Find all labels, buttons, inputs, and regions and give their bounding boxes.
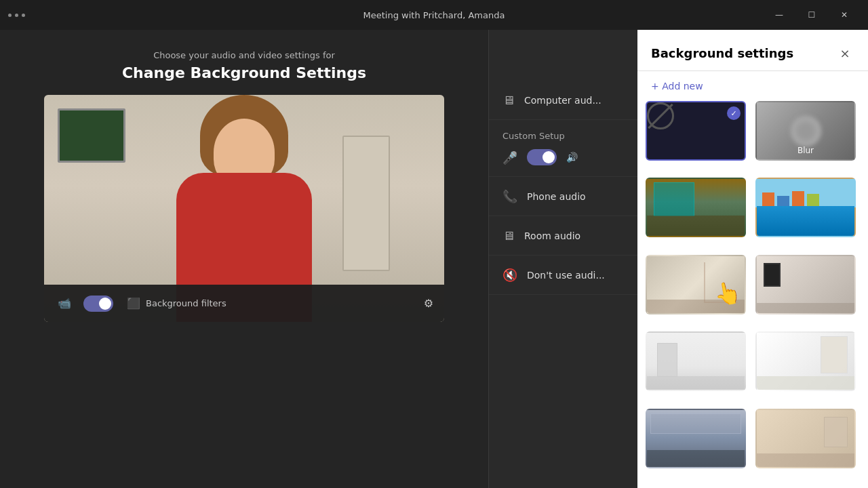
room-audio-option[interactable]: 🖥 Room audio <box>489 216 637 256</box>
blur-circle <box>791 116 821 146</box>
no-audio-icon: 🔇 <box>502 268 517 282</box>
minimize-button[interactable]: — <box>764 5 795 25</box>
white-floor <box>647 376 745 390</box>
beach-hut-4 <box>807 194 819 206</box>
no-audio-option[interactable]: 🔇 Don't use audi... <box>489 256 637 295</box>
audio-panel: 🖥 Computer aud... Custom Setup 🎤 🔊 📞 Pho… <box>488 30 637 488</box>
header-title: Change Background Settings <box>122 64 366 81</box>
speaker-icon: 🔊 <box>566 152 578 163</box>
phone-audio-label: Phone audio <box>527 191 586 202</box>
white1-inner <box>647 333 745 390</box>
custom-setup-section: Custom Setup 🎤 🔊 <box>489 120 637 177</box>
floor-detail <box>647 300 745 313</box>
background-beach-option[interactable] <box>755 178 856 237</box>
stairs-detail <box>704 262 738 303</box>
settings-gear-icon[interactable]: ⚙ <box>424 297 433 310</box>
bg-filters-label: Background filters <box>146 298 226 308</box>
main-area: Choose your audio and video settings for… <box>0 30 868 488</box>
blur-label: Blur <box>797 146 814 155</box>
video-toolbar: 📹 ⬛ Background filters ⚙ <box>44 285 444 322</box>
beige-inner <box>757 410 854 467</box>
header-text: Choose your audio and video settings for… <box>122 50 366 81</box>
office-inner <box>647 179 745 236</box>
white2-object <box>821 336 848 373</box>
beach-water <box>757 206 854 236</box>
beach-hut-3 <box>792 191 804 206</box>
room-audio-icon: 🖥 <box>502 228 515 243</box>
background-filters-button[interactable]: ⬛ Background filters <box>127 297 226 310</box>
video-container: 📹 ⬛ Background filters ⚙ <box>44 95 444 322</box>
phone-audio-option[interactable]: 📞 Phone audio <box>489 177 637 216</box>
background-loft-option[interactable] <box>646 409 746 468</box>
floor-line <box>757 303 854 313</box>
bg-panel-header: Background settings × <box>637 30 868 71</box>
custom-setup-label: Custom Setup <box>502 131 624 141</box>
title-bar-menu-dots[interactable] <box>8 14 25 17</box>
modern1-inner <box>647 256 745 313</box>
background-white1-option[interactable] <box>646 331 746 391</box>
maximize-button[interactable]: ☐ <box>796 5 827 25</box>
background-modern1-option[interactable]: 👆 <box>646 255 746 314</box>
custom-setup-controls: 🎤 🔊 <box>502 149 624 165</box>
header-subtitle: Choose your audio and video settings for <box>122 50 366 60</box>
computer-audio-label: Computer aud... <box>524 95 601 106</box>
room-audio-label: Room audio <box>524 230 580 241</box>
picture-frame <box>764 263 781 287</box>
bg-panel-title: Background settings <box>651 46 793 60</box>
beach-huts <box>757 189 854 206</box>
office-floor <box>647 216 745 236</box>
bg-filters-icon: ⬛ <box>127 297 140 310</box>
loft-inner <box>647 410 745 467</box>
white-shelf <box>657 343 677 377</box>
background-white2-option[interactable] <box>755 331 856 391</box>
beach-inner <box>757 179 854 236</box>
beige-object <box>824 417 848 447</box>
camera-toggle[interactable] <box>83 296 113 312</box>
background-blur-option[interactable]: Blur <box>755 101 856 161</box>
background-modern2-option[interactable] <box>755 255 856 314</box>
mic-toggle[interactable] <box>527 149 557 165</box>
left-section: Choose your audio and video settings for… <box>0 30 488 488</box>
microphone-icon: 🎤 <box>502 150 517 165</box>
close-button[interactable]: ✕ <box>829 5 860 25</box>
modern2-inner <box>757 256 854 313</box>
window-title: Meeting with Pritchard, Amanda <box>363 10 505 20</box>
white2-inner <box>757 333 854 390</box>
none-inner: ✓ <box>647 102 745 159</box>
beach-hut-1 <box>762 192 774 206</box>
beach-hut-2 <box>777 196 789 206</box>
wall-art <box>58 108 125 163</box>
beige-floor <box>757 453 854 467</box>
computer-audio-option[interactable]: 🖥 Computer aud... <box>489 81 637 120</box>
loft-window <box>650 413 741 434</box>
white2-floor <box>757 376 854 390</box>
bg-panel-close-button[interactable]: × <box>835 43 854 62</box>
no-audio-label: Don't use audi... <box>527 270 605 281</box>
office-window <box>654 182 694 216</box>
background-settings-panel: Background settings × + Add new ✓ Blur <box>637 30 868 488</box>
add-new-background-button[interactable]: + Add new <box>637 71 868 101</box>
camera-icon: 📹 <box>55 294 74 313</box>
loft-floor <box>647 450 745 467</box>
title-bar: Meeting with Pritchard, Amanda — ☐ ✕ <box>0 0 868 30</box>
door <box>342 136 390 271</box>
background-grid: ✓ Blur <box>637 101 868 488</box>
computer-audio-icon: 🖥 <box>502 93 515 107</box>
phone-audio-icon: 📞 <box>502 189 517 203</box>
none-icon <box>647 102 674 129</box>
background-none-option[interactable]: ✓ <box>646 101 746 161</box>
selected-checkmark: ✓ <box>727 106 741 120</box>
background-office-option[interactable] <box>646 178 746 237</box>
background-beige-option[interactable] <box>755 409 856 468</box>
window-controls: — ☐ ✕ <box>764 5 860 25</box>
